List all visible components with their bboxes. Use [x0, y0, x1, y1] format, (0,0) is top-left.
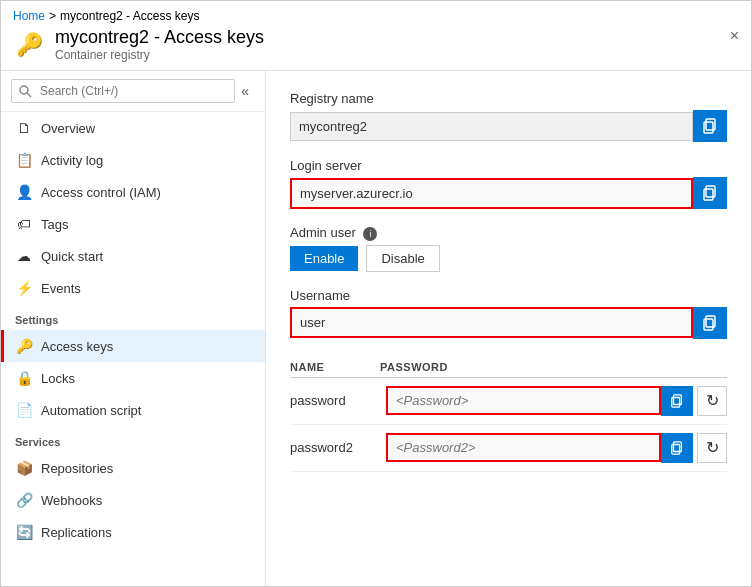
overview-icon: 🗋	[15, 119, 33, 137]
page-title: mycontreg2 - Access keys	[55, 27, 264, 48]
refresh-icon: ↻	[706, 438, 719, 457]
nav-webhooks[interactable]: 🔗 Webhooks	[1, 484, 265, 516]
nav-locks-label: Locks	[41, 371, 75, 386]
nav-locks[interactable]: 🔒 Locks	[1, 362, 265, 394]
login-server-group: Login server	[290, 158, 727, 209]
breadcrumb-current: mycontreg2 - Access keys	[60, 9, 199, 23]
quick-start-icon: ☁	[15, 247, 33, 265]
copy-icon	[702, 315, 718, 331]
sidebar: « 🗋 Overview 📋 Activity log 👤 Access con…	[1, 71, 266, 586]
table-row: password2 ↻	[290, 425, 727, 472]
registry-name-copy-button[interactable]	[693, 110, 727, 142]
nav-overview-label: Overview	[41, 121, 95, 136]
breadcrumb: Home > mycontreg2 - Access keys	[13, 9, 730, 23]
close-button[interactable]: ×	[730, 27, 739, 45]
login-server-label: Login server	[290, 158, 727, 173]
refresh-icon: ↻	[706, 391, 719, 410]
password2-row-wrap: ↻	[386, 433, 727, 463]
enable-button[interactable]: Enable	[290, 246, 358, 271]
table-header: NAME PASSWORD	[290, 355, 727, 378]
password2-input[interactable]	[386, 433, 661, 462]
username-row	[290, 307, 727, 339]
repositories-icon: 📦	[15, 459, 33, 477]
admin-user-buttons: Enable Disable	[290, 245, 727, 272]
admin-user-info-icon: i	[363, 227, 377, 241]
tags-icon: 🏷	[15, 215, 33, 233]
password2-row-name: password2	[290, 440, 380, 455]
copy-icon	[670, 441, 684, 455]
events-icon: ⚡	[15, 279, 33, 297]
nav-activity-log[interactable]: 📋 Activity log	[1, 144, 265, 176]
login-server-row	[290, 177, 727, 209]
nav-access-keys[interactable]: 🔑 Access keys	[1, 330, 265, 362]
nav-access-control-label: Access control (IAM)	[41, 185, 161, 200]
locks-icon: 🔒	[15, 369, 33, 387]
registry-name-input[interactable]	[290, 112, 693, 141]
registry-name-group: Registry name	[290, 91, 727, 142]
registry-name-label: Registry name	[290, 91, 727, 106]
nav-replications[interactable]: 🔄 Replications	[1, 516, 265, 548]
nav-overview[interactable]: 🗋 Overview	[1, 112, 265, 144]
settings-section-label: Settings	[1, 304, 265, 330]
disable-button[interactable]: Disable	[366, 245, 439, 272]
password-copy-button[interactable]	[661, 386, 693, 416]
automation-script-icon: 📄	[15, 401, 33, 419]
copy-icon	[670, 394, 684, 408]
access-control-icon: 👤	[15, 183, 33, 201]
nav-events[interactable]: ⚡ Events	[1, 272, 265, 304]
username-copy-button[interactable]	[693, 307, 727, 339]
replications-icon: 🔄	[15, 523, 33, 541]
main-panel: Registry name Login server	[266, 71, 751, 586]
nav-access-control[interactable]: 👤 Access control (IAM)	[1, 176, 265, 208]
nav-replications-label: Replications	[41, 525, 112, 540]
registry-name-row	[290, 110, 727, 142]
login-server-input[interactable]	[290, 178, 693, 209]
col-password-header: PASSWORD	[380, 361, 727, 373]
password-row-wrap: ↻	[386, 386, 727, 416]
nav-access-keys-label: Access keys	[41, 339, 113, 354]
admin-user-group: Admin user i Enable Disable	[290, 225, 727, 272]
sidebar-collapse-button[interactable]: «	[235, 81, 255, 101]
activity-log-icon: 📋	[15, 151, 33, 169]
nav-tags-label: Tags	[41, 217, 68, 232]
username-input[interactable]	[290, 307, 693, 338]
admin-user-label: Admin user i	[290, 225, 727, 241]
username-group: Username	[290, 288, 727, 339]
username-label: Username	[290, 288, 727, 303]
breadcrumb-sep: >	[49, 9, 56, 23]
password-input[interactable]	[386, 386, 661, 415]
col-name-header: NAME	[290, 361, 380, 373]
nav-activity-log-label: Activity log	[41, 153, 103, 168]
nav-repositories-label: Repositories	[41, 461, 113, 476]
copy-icon	[702, 118, 718, 134]
password-row-name: password	[290, 393, 380, 408]
nav-tags[interactable]: 🏷 Tags	[1, 208, 265, 240]
nav-webhooks-label: Webhooks	[41, 493, 102, 508]
breadcrumb-home[interactable]: Home	[13, 9, 45, 23]
password-refresh-button[interactable]: ↻	[697, 386, 727, 416]
password-table: NAME PASSWORD password	[290, 355, 727, 472]
nav-events-label: Events	[41, 281, 81, 296]
title-bar: Home > mycontreg2 - Access keys 🔑 mycont…	[1, 1, 751, 71]
password2-refresh-button[interactable]: ↻	[697, 433, 727, 463]
nav-automation-script[interactable]: 📄 Automation script	[1, 394, 265, 426]
search-input[interactable]	[11, 79, 235, 103]
password2-copy-button[interactable]	[661, 433, 693, 463]
sidebar-search-area: «	[1, 71, 265, 112]
nav-repositories[interactable]: 📦 Repositories	[1, 452, 265, 484]
copy-icon	[702, 185, 718, 201]
page-subtitle: Container registry	[55, 48, 264, 62]
nav-quick-start[interactable]: ☁ Quick start	[1, 240, 265, 272]
nav-quick-start-label: Quick start	[41, 249, 103, 264]
services-section-label: Services	[1, 426, 265, 452]
login-server-copy-button[interactable]	[693, 177, 727, 209]
nav-automation-script-label: Automation script	[41, 403, 141, 418]
page-icon: 🔑	[13, 29, 45, 61]
access-keys-icon: 🔑	[15, 337, 33, 355]
table-row: password ↻	[290, 378, 727, 425]
content-area: « 🗋 Overview 📋 Activity log 👤 Access con…	[1, 71, 751, 586]
webhooks-icon: 🔗	[15, 491, 33, 509]
